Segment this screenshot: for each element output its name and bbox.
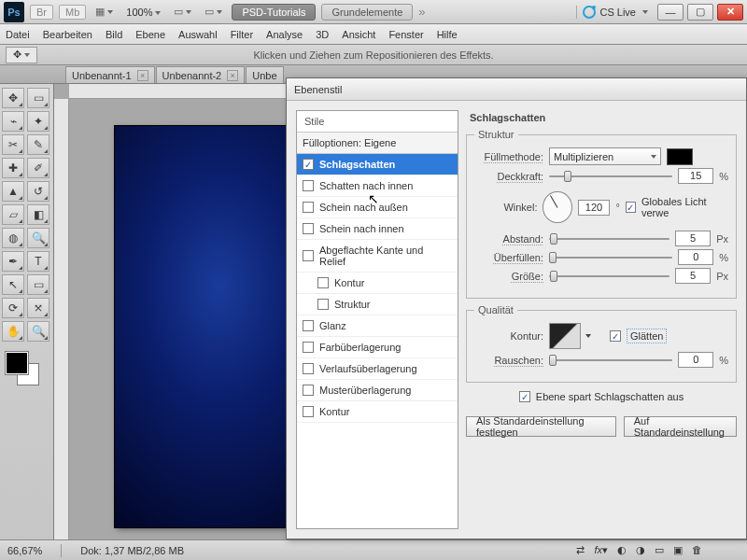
dodge-tool[interactable]: 🔍: [27, 228, 49, 248]
style-color-overlay[interactable]: Farbüberlagerung: [297, 337, 458, 358]
reset-default-button[interactable]: Auf Standardeinstellung: [624, 416, 737, 437]
status-zoom[interactable]: 66,67%: [7, 545, 42, 556]
document-tab[interactable]: Unbenannt-2×: [156, 66, 246, 83]
distance-input[interactable]: 5: [675, 231, 711, 246]
style-inner-glow[interactable]: Schein nach innen: [297, 218, 458, 240]
style-pattern-overlay[interactable]: Musterüberlagerung: [297, 380, 458, 401]
style-outer-glow[interactable]: Schein nach außen: [297, 197, 458, 218]
menu-auswahl[interactable]: Auswahl: [178, 29, 218, 40]
checkbox-icon[interactable]: [303, 363, 314, 374]
document-tab[interactable]: Unbe: [246, 66, 283, 83]
global-light-checkbox[interactable]: [626, 202, 636, 213]
checkbox-icon[interactable]: [303, 320, 314, 331]
bridge-chip[interactable]: Br: [30, 5, 53, 20]
pen-tool[interactable]: ✒: [2, 251, 24, 272]
window-maximize-button[interactable]: ▢: [687, 4, 713, 21]
spread-slider[interactable]: [549, 251, 672, 264]
checkbox-icon[interactable]: [303, 223, 314, 234]
tab-close-icon[interactable]: ×: [227, 70, 238, 81]
window-minimize-button[interactable]: —: [657, 4, 684, 21]
workspace-psdtutorials-button[interactable]: PSD-Tutorials: [232, 4, 316, 21]
style-inner-shadow[interactable]: Schatten nach innen: [297, 175, 458, 197]
history-brush-tool[interactable]: ↺: [27, 181, 49, 202]
link-icon[interactable]: ⇄: [576, 544, 585, 556]
style-drop-shadow[interactable]: Schlagschatten: [297, 154, 458, 175]
make-default-button[interactable]: Als Standardeinstellung festlegen: [466, 416, 616, 437]
menu-analyse[interactable]: Analyse: [266, 29, 303, 40]
tab-close-icon[interactable]: ×: [137, 70, 148, 81]
angle-dial[interactable]: [543, 191, 571, 223]
eyedropper-tool[interactable]: ✎: [27, 134, 49, 155]
eraser-tool[interactable]: ▱: [2, 204, 24, 225]
contour-picker[interactable]: [549, 323, 591, 349]
style-bevel[interactable]: Abgeflachte Kante und Relief: [297, 240, 458, 273]
opacity-input[interactable]: 15: [678, 168, 713, 184]
brush-tool[interactable]: ✐: [27, 158, 49, 178]
stamp-tool[interactable]: ▲: [2, 181, 24, 202]
trash-icon[interactable]: 🗑: [692, 544, 702, 556]
path-select-tool[interactable]: ↖: [2, 274, 24, 295]
antialias-checkbox[interactable]: [610, 330, 621, 342]
menu-ebene[interactable]: Ebene: [135, 29, 165, 40]
mask-icon[interactable]: ◐: [617, 544, 627, 556]
workspace-grundelemente-button[interactable]: Grundelemente: [321, 4, 413, 21]
color-swatches[interactable]: [6, 352, 50, 389]
new-layer-icon[interactable]: ▣: [673, 544, 683, 556]
checkbox-icon[interactable]: [303, 202, 314, 213]
menu-datei[interactable]: Datei: [6, 29, 30, 40]
marquee-tool[interactable]: ▭: [27, 88, 49, 108]
type-tool[interactable]: T: [27, 251, 49, 272]
checkbox-icon[interactable]: [317, 277, 329, 288]
arrange-dropdown[interactable]: ▭: [201, 6, 226, 18]
blur-tool[interactable]: ◍: [2, 228, 24, 248]
size-slider[interactable]: [549, 270, 669, 283]
checkbox-icon[interactable]: [303, 342, 314, 353]
checkbox-icon[interactable]: [303, 180, 314, 191]
checkbox-icon[interactable]: [303, 406, 314, 417]
menu-ansicht[interactable]: Ansicht: [342, 29, 375, 40]
checkbox-icon[interactable]: [317, 299, 329, 310]
shadow-color-swatch[interactable]: [667, 148, 693, 165]
style-blending-options[interactable]: Füllopt­ionen: Eigene: [297, 133, 458, 154]
shape-tool[interactable]: ▭: [27, 274, 49, 295]
wand-tool[interactable]: ✦: [27, 111, 49, 132]
dialog-title[interactable]: Ebenenstil: [287, 78, 746, 101]
style-gradient-overlay[interactable]: Verlaufsüberlagerung: [297, 358, 458, 380]
size-input[interactable]: 5: [675, 268, 711, 284]
3d-camera-tool[interactable]: ⤧: [27, 298, 49, 318]
style-bevel-contour[interactable]: Kontur: [297, 273, 458, 294]
screenmode-dropdown[interactable]: ▦: [92, 6, 117, 18]
healing-tool[interactable]: ✚: [2, 158, 24, 178]
checkbox-icon[interactable]: [303, 385, 314, 396]
zoom-tool[interactable]: 🔍: [27, 321, 49, 342]
fx-icon[interactable]: fx▾: [594, 544, 608, 556]
style-stroke[interactable]: Kontur: [297, 401, 458, 423]
adjustment-icon[interactable]: ◑: [636, 544, 645, 556]
hand-tool[interactable]: ✋: [2, 321, 24, 342]
foreground-color-swatch[interactable]: [6, 352, 28, 374]
viewextras-dropdown[interactable]: ▭: [170, 6, 195, 18]
menu-bearbeiten[interactable]: Bearbeiten: [43, 29, 92, 40]
window-close-button[interactable]: ✕: [717, 4, 743, 21]
gradient-tool[interactable]: ◧: [27, 204, 49, 225]
zoom-dropdown[interactable]: 100%: [122, 7, 164, 18]
checkbox-icon[interactable]: [303, 250, 314, 261]
menu-bild[interactable]: Bild: [106, 29, 122, 40]
menu-3d[interactable]: 3D: [316, 29, 329, 40]
distance-slider[interactable]: [549, 232, 669, 245]
menu-fenster[interactable]: Fenster: [388, 29, 423, 40]
move-tool-preset[interactable]: ✥: [6, 47, 37, 63]
menu-filter[interactable]: Filter: [231, 29, 253, 40]
group-icon[interactable]: ▭: [655, 544, 664, 556]
opacity-slider[interactable]: [549, 170, 672, 183]
crop-tool[interactable]: ✂: [2, 134, 24, 155]
noise-slider[interactable]: [549, 354, 672, 367]
3d-tool[interactable]: ⟳: [2, 298, 24, 318]
lasso-tool[interactable]: ⌁: [2, 111, 24, 132]
workspace-more-button[interactable]: »: [418, 5, 425, 19]
style-bevel-texture[interactable]: Struktur: [297, 294, 458, 315]
angle-input[interactable]: 120: [578, 200, 611, 216]
checkbox-icon[interactable]: [303, 159, 314, 170]
knockout-checkbox[interactable]: [519, 391, 530, 402]
move-tool[interactable]: ✥: [2, 88, 24, 108]
